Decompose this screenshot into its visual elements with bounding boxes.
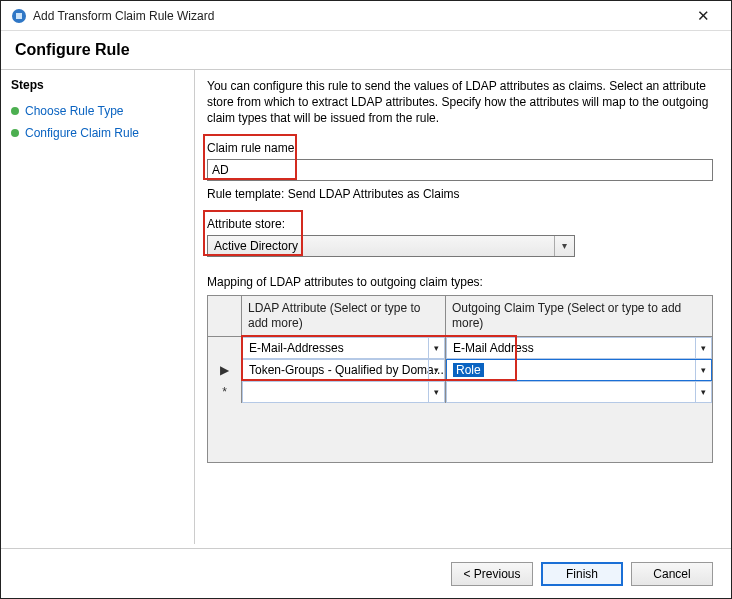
previous-button[interactable]: < Previous [451,562,533,586]
ldap-attribute-value: E-Mail-Addresses [249,341,344,355]
claim-rule-name-input[interactable] [207,159,713,181]
page-heading: Configure Rule [1,31,731,70]
cancel-button[interactable]: Cancel [631,562,713,586]
outgoing-claim-cell[interactable]: Role ▾ [446,359,712,381]
ldap-attribute-cell[interactable]: ▾ [242,381,445,403]
main-columns: Steps Choose Rule Type Configure Claim R… [1,70,731,544]
outgoing-claim-cell[interactable]: E-Mail Address ▾ [446,337,712,359]
grid-header-claim: Outgoing Claim Type (Select or type to a… [446,296,712,336]
title-bar: Add Transform Claim Rule Wizard ✕ [1,1,731,31]
row-marker: ▶ [208,359,242,381]
rule-template-label: Rule template: Send LDAP Attributes as C… [207,187,713,201]
finish-button[interactable]: Finish [541,562,623,586]
mapping-grid: LDAP Attribute (Select or type to add mo… [207,295,713,463]
chevron-down-icon: ▾ [695,382,711,402]
attribute-store-label: Attribute store: [207,217,285,231]
attribute-store-dropdown[interactable]: Active Directory ▾ [207,235,575,257]
row-marker: * [208,381,242,403]
step-choose-rule-type[interactable]: Choose Rule Type [11,100,184,122]
grid-corner [208,296,242,336]
mapping-label: Mapping of LDAP attributes to outgoing c… [207,275,713,289]
chevron-down-icon: ▾ [554,236,574,256]
ldap-attribute-cell[interactable]: E-Mail-Addresses ▾ [242,337,445,359]
ldap-attribute-value: Token-Groups - Qualified by Doma... [249,363,444,377]
outgoing-claim-value: Role [453,363,484,377]
bullet-icon [11,107,19,115]
chevron-down-icon: ▾ [695,360,711,380]
chevron-down-icon: ▾ [695,338,711,358]
bullet-icon [11,129,19,137]
content-pane: You can configure this rule to send the … [195,70,731,544]
step-configure-claim-rule[interactable]: Configure Claim Rule [11,122,184,144]
claim-rule-name-label: Claim rule name: [207,141,298,155]
chevron-down-icon: ▾ [428,338,444,358]
wizard-footer: < Previous Finish Cancel [1,548,731,598]
row-marker [208,337,242,359]
attribute-store-value: Active Directory [214,239,554,253]
outgoing-claim-value: E-Mail Address [453,341,534,355]
close-button[interactable]: ✕ [681,7,725,25]
description-text: You can configure this rule to send the … [207,78,713,127]
app-icon [11,8,27,24]
steps-sidebar: Steps Choose Rule Type Configure Claim R… [1,70,195,544]
svg-rect-1 [16,13,22,19]
window-title: Add Transform Claim Rule Wizard [33,9,681,23]
step-label: Configure Claim Rule [25,126,139,140]
chevron-down-icon: ▾ [428,382,444,402]
outgoing-claim-cell[interactable]: ▾ [446,381,712,403]
ldap-attribute-cell[interactable]: Token-Groups - Qualified by Doma... ▾ [242,359,445,381]
grid-header-ldap: LDAP Attribute (Select or type to add mo… [242,296,446,336]
chevron-down-icon: ▾ [428,360,444,380]
steps-title: Steps [11,78,184,92]
step-label: Choose Rule Type [25,104,124,118]
